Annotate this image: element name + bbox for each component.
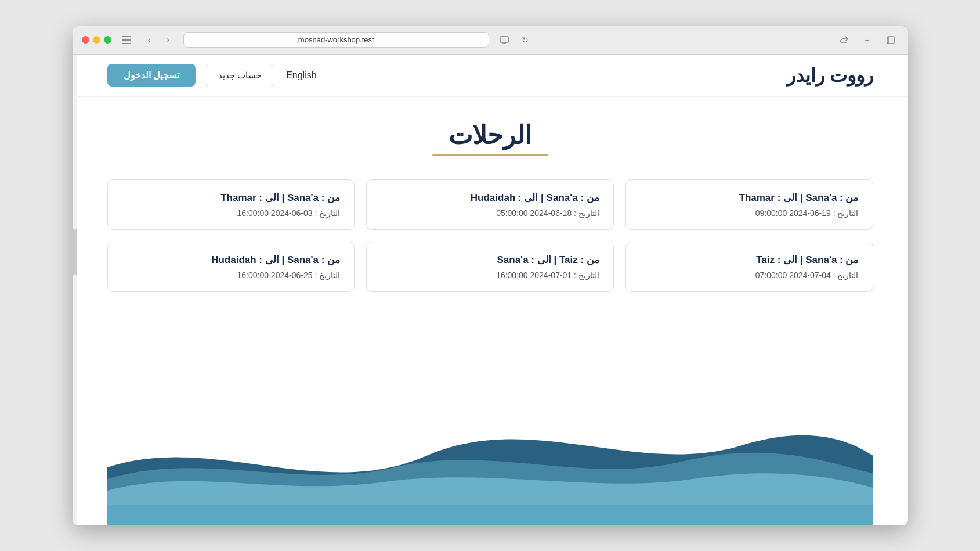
maximize-button[interactable] <box>104 36 111 44</box>
trip-date: التاريخ : 01-07-2024 16:00:00 <box>381 271 599 280</box>
sidebar-toggle-button[interactable] <box>118 32 135 48</box>
minimize-button[interactable] <box>93 36 100 44</box>
traffic-lights <box>82 36 111 44</box>
trip-date: التاريخ : 18-06-2024 05:00:00 <box>381 208 599 218</box>
browser-actions: ↻ <box>496 32 533 48</box>
main-content: الرحلات من : Sana'a | الى : Thamarالتاري… <box>73 97 908 525</box>
screen-share-icon[interactable] <box>496 32 512 48</box>
trip-card[interactable]: من : Sana'a | الى : Thamarالتاريخ : 19-0… <box>625 179 873 230</box>
svg-rect-6 <box>107 505 873 525</box>
trip-route: من : Sana'a | الى : Taiz <box>640 254 859 266</box>
svg-rect-2 <box>122 43 131 44</box>
trip-route: من : Sana'a | الى : Hudaidah <box>381 192 599 204</box>
url-text: mosnad-workshop.test <box>298 35 374 44</box>
nav-actions: تسجيل الدخول حساب جديد English <box>107 64 319 87</box>
svg-rect-0 <box>122 36 131 37</box>
trip-date: التاريخ : 04-07-2024 07:00:00 <box>640 271 859 280</box>
address-bar[interactable]: mosnad-workshop.test <box>183 32 490 48</box>
svg-rect-1 <box>122 39 131 41</box>
page-title: الرحلات <box>107 120 873 150</box>
trip-card[interactable]: من : Sana'a | الى : Thamarالتاريخ : 03-0… <box>107 179 355 230</box>
language-toggle-button[interactable]: English <box>284 66 319 85</box>
close-button[interactable] <box>82 36 89 44</box>
nav-buttons: ‹ › <box>142 32 176 48</box>
svg-rect-4 <box>887 37 894 44</box>
title-underline <box>432 154 548 156</box>
section-title-wrap: الرحلات <box>107 120 873 156</box>
trip-route: من : Sana'a | الى : Thamar <box>122 192 341 204</box>
back-button[interactable]: ‹ <box>142 32 158 48</box>
page-content: رووت رايدر تسجيل الدخول حساب جديد Englis… <box>73 55 908 525</box>
trip-route: من : Taiz | الى : Sana'a <box>381 254 599 266</box>
trip-route: من : Sana'a | الى : Hudaidah <box>122 254 341 266</box>
new-tab-button[interactable]: + <box>859 32 876 48</box>
wave-section <box>107 398 873 525</box>
tabs-button[interactable] <box>883 32 899 48</box>
top-nav: رووت رايدر تسجيل الدخول حساب جديد Englis… <box>73 55 908 97</box>
trip-date: التاريخ : 03-06-2024 16:00:00 <box>122 208 341 218</box>
reload-button[interactable]: ↻ <box>517 32 533 48</box>
share-button[interactable] <box>836 32 852 48</box>
trip-date: التاريخ : 25-06-2024 16:00:00 <box>122 271 341 280</box>
forward-button[interactable]: › <box>160 32 176 48</box>
browser-chrome: ‹ › mosnad-workshop.test ↻ + <box>73 26 908 55</box>
register-button[interactable]: حساب جديد <box>205 64 274 87</box>
trip-route: من : Sana'a | الى : Thamar <box>640 192 859 204</box>
brand-logo: رووت رايدر <box>787 64 873 87</box>
trip-date: التاريخ : 19-06-2024 09:00:00 <box>640 208 859 218</box>
svg-rect-3 <box>500 37 508 42</box>
trip-card[interactable]: من : Taiz | الى : Sana'aالتاريخ : 01-07-… <box>366 242 614 292</box>
browser-window: ‹ › mosnad-workshop.test ↻ + <box>73 26 908 525</box>
trip-card[interactable]: من : Sana'a | الى : Taizالتاريخ : 04-07-… <box>625 242 873 292</box>
trip-card[interactable]: من : Sana'a | الى : Hudaidahالتاريخ : 18… <box>366 179 614 230</box>
trips-grid: من : Sana'a | الى : Thamarالتاريخ : 19-0… <box>107 179 873 292</box>
login-button[interactable]: تسجيل الدخول <box>107 64 196 87</box>
trip-card[interactable]: من : Sana'a | الى : Hudaidahالتاريخ : 25… <box>107 242 355 292</box>
